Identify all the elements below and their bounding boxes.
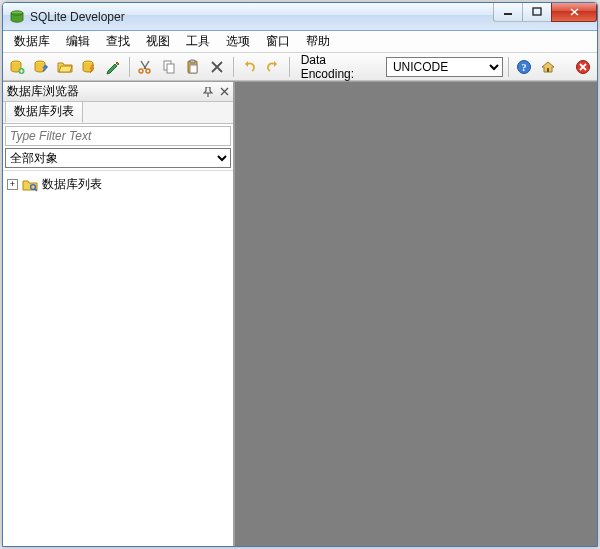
sidebar-panel-header: 数据库浏览器: [3, 82, 233, 102]
svg-point-9: [146, 69, 150, 73]
app-icon: [9, 9, 25, 25]
toolbar-copy-button[interactable]: [159, 56, 180, 78]
svg-rect-2: [504, 13, 512, 15]
sidebar-tab-db-list[interactable]: 数据库列表: [5, 100, 83, 123]
svg-rect-11: [167, 64, 174, 73]
window-title: SQLite Developer: [30, 10, 125, 24]
toolbar-register-db-button[interactable]: [31, 56, 52, 78]
encoding-label: Data Encoding:: [301, 53, 379, 81]
svg-rect-13: [190, 60, 195, 63]
folder-search-icon: [22, 177, 38, 193]
toolbar-redo-button[interactable]: [263, 56, 284, 78]
encoding-select[interactable]: UNICODE: [386, 57, 503, 77]
toolbar-separator: [508, 57, 509, 77]
svg-rect-17: [547, 68, 549, 72]
toolbar-new-db-button[interactable]: [7, 56, 28, 78]
application-window: SQLite Developer 数据库 编辑 查找 视图 工具 选项 窗口 帮…: [2, 2, 598, 547]
toolbar-delete-button[interactable]: [207, 56, 228, 78]
sidebar-tabbar: 数据库列表: [3, 102, 233, 124]
body: 数据库浏览器 数据库列表 全部对象 +: [3, 81, 597, 546]
toolbar-close-tab-button[interactable]: [572, 56, 593, 78]
svg-point-8: [139, 69, 143, 73]
svg-rect-3: [533, 8, 541, 15]
filter-text-input[interactable]: [5, 126, 231, 146]
menu-window[interactable]: 窗口: [259, 31, 297, 52]
main-content-area: [235, 82, 597, 546]
toolbar-separator: [289, 57, 290, 77]
toolbar: Data Encoding: UNICODE ?: [3, 53, 597, 81]
titlebar: SQLite Developer: [3, 3, 597, 31]
menu-edit[interactable]: 编辑: [59, 31, 97, 52]
close-panel-icon[interactable]: [217, 85, 231, 99]
filter-object-select[interactable]: 全部对象: [5, 148, 231, 168]
toolbar-paste-button[interactable]: [183, 56, 204, 78]
window-controls: [494, 3, 597, 22]
menu-database[interactable]: 数据库: [7, 31, 57, 52]
tree-view[interactable]: + 数据库列表: [3, 170, 233, 546]
toolbar-edit-button[interactable]: [103, 56, 124, 78]
toolbar-separator: [129, 57, 130, 77]
pin-icon[interactable]: [201, 85, 215, 99]
tree-root-row[interactable]: + 数据库列表: [5, 175, 231, 194]
expand-icon[interactable]: +: [7, 179, 18, 190]
maximize-button[interactable]: [522, 3, 552, 22]
sidebar-panel-title: 数据库浏览器: [7, 83, 79, 100]
menu-tools[interactable]: 工具: [179, 31, 217, 52]
toolbar-help-button[interactable]: ?: [514, 56, 535, 78]
menubar: 数据库 编辑 查找 视图 工具 选项 窗口 帮助: [3, 31, 597, 53]
menu-view[interactable]: 视图: [139, 31, 177, 52]
minimize-button[interactable]: [493, 3, 523, 22]
toolbar-undo-button[interactable]: [239, 56, 260, 78]
svg-text:?: ?: [521, 61, 526, 72]
toolbar-open-button[interactable]: [55, 56, 76, 78]
toolbar-home-button[interactable]: [537, 56, 558, 78]
menu-find[interactable]: 查找: [99, 31, 137, 52]
close-button[interactable]: [551, 3, 597, 22]
tree-root-label: 数据库列表: [42, 176, 102, 193]
sidebar: 数据库浏览器 数据库列表 全部对象 +: [3, 82, 235, 546]
menu-help[interactable]: 帮助: [299, 31, 337, 52]
toolbar-cut-button[interactable]: [135, 56, 156, 78]
toolbar-separator: [233, 57, 234, 77]
toolbar-thunder-button[interactable]: [79, 56, 100, 78]
menu-options[interactable]: 选项: [219, 31, 257, 52]
svg-rect-14: [190, 65, 197, 73]
